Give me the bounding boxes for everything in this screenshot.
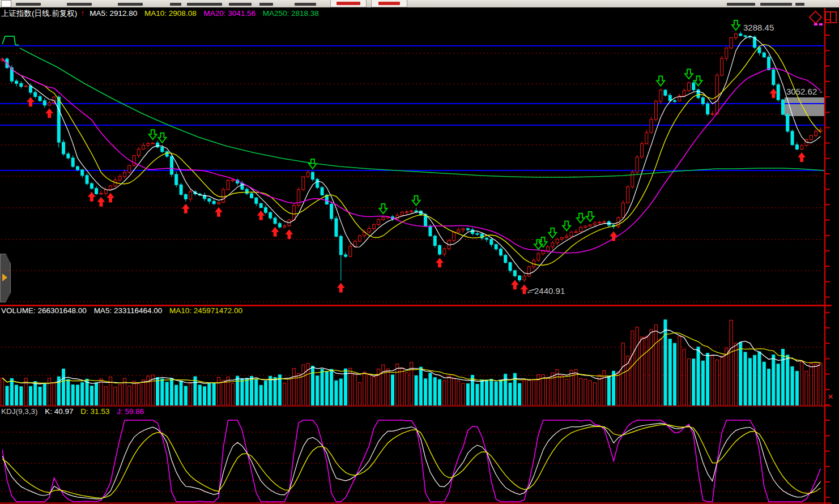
highlight-gap-zone: [785, 97, 825, 116]
reference-lines: [0, 46, 825, 170]
sidebar-expand-handle[interactable]: [0, 254, 11, 302]
kdj-d-value: D: 31.53: [80, 407, 109, 416]
expand-arrow-icon: [2, 274, 7, 281]
menu-item-fragment[interactable]: [727, 3, 755, 6]
ma250-value: MA250: 2818.38: [263, 9, 319, 18]
buy-arrow-icon: [511, 280, 519, 289]
buy-arrow-icon: [215, 207, 223, 217]
current-price-label: 3052.62 -: [786, 87, 822, 96]
menubar[interactable]: [0, 0, 839, 8]
grid-lines: [1, 53, 824, 492]
trading-app-window: { "colors":{"up":"#ff1a1a","down":"#00ea…: [0, 0, 839, 504]
menu-item-fragment[interactable]: [16, 3, 41, 6]
ma5-value: MA5: 2912.80: [90, 9, 137, 18]
buy-arrow-icon: [798, 152, 806, 162]
close-pane-icon[interactable]: ✕: [826, 392, 835, 402]
volume-ma5-value: MA5: 233116464.00: [94, 306, 163, 315]
volume-header: VOLUME: 266301648.00 MA5: 233116464.00 M…: [1, 306, 248, 315]
sell-arrow-icon: [732, 20, 740, 30]
buy-arrow-icon: [337, 283, 345, 292]
split-window-icon[interactable]: [825, 11, 837, 23]
buy-arrow-icon: [271, 227, 279, 237]
kdj-header: KDJ(9,3,3) K: 40.97 D: 31.53 J: 59.86: [1, 407, 149, 416]
trough-price-label: ←2440.91: [526, 286, 565, 296]
chart-canvas: [0, 0, 839, 504]
menu-item-fragment[interactable]: [795, 3, 804, 6]
sell-arrow-icon: [586, 212, 594, 221]
ma20-value: MA20: 3041.56: [203, 9, 255, 18]
sell-arrow-icon: [657, 76, 665, 86]
symbol-title: 上证指数(日线.前复权): [1, 9, 77, 18]
sell-arrow-icon: [577, 213, 585, 223]
menu-item-fragment[interactable]: [170, 3, 181, 6]
main-chart-header: 上证指数(日线.前复权)↑MA5: 2912.80 MA10: 2908.08 …: [1, 8, 324, 19]
sell-arrow-icon: [158, 133, 166, 143]
menu-item-fragment[interactable]: [760, 3, 792, 6]
menu-item-fragment[interactable]: [118, 3, 143, 6]
buy-arrow-icon: [97, 197, 105, 207]
buy-arrow-icon: [285, 229, 293, 239]
volume-value: VOLUME: 266301648.00: [1, 306, 87, 315]
ma10-value: MA10: 2908.08: [144, 9, 197, 18]
menu-item-fragment[interactable]: [229, 3, 252, 6]
candlesticks: [1, 32, 822, 282]
more-dots-icon[interactable]: [814, 23, 823, 25]
ma-lines: [2, 36, 824, 274]
buy-arrow-icon: [257, 211, 265, 220]
buy-arrow-icon: [769, 88, 777, 98]
volume-ma10-value: MA10: 245971472.00: [169, 306, 242, 315]
kdj-params: KDJ(9,3,3): [1, 407, 38, 416]
sell-arrow-icon: [539, 237, 547, 247]
kdj-k-value: K: 40.97: [45, 407, 73, 416]
menu-item-fragment[interactable]: [259, 3, 273, 6]
buy-arrow-icon: [88, 192, 96, 202]
menu-item-fragment[interactable]: [187, 3, 222, 6]
menu-item-fragment[interactable]: [67, 3, 92, 6]
red-text-fragment: [337, 2, 360, 5]
volume-bars: [1, 320, 822, 405]
app-logo-icon: [1, 0, 11, 7]
sell-arrow-icon: [695, 76, 702, 86]
peak-price-label: 3288.45: [743, 23, 774, 32]
kdj-j-value: J: 59.86: [117, 407, 144, 416]
menubar-red-button-1[interactable]: [330, 0, 367, 7]
red-text-fragment: [378, 2, 400, 5]
menu-item-fragment[interactable]: [295, 3, 316, 6]
sell-arrow-icon: [309, 159, 317, 169]
menubar-red-button-2[interactable]: [371, 0, 407, 7]
sell-arrow-icon: [563, 221, 570, 230]
buy-arrow-icon: [27, 97, 35, 106]
buy-arrow-icon: [182, 204, 190, 213]
buy-arrow-icon: [436, 258, 444, 267]
buy-arrow-icon: [45, 108, 53, 118]
buy-signal-up-icon: ↑: [80, 8, 84, 18]
buy-arrow-icon: [107, 193, 114, 202]
sell-arrow-icon: [149, 130, 157, 139]
sell-arrow-icon: [379, 204, 387, 213]
sell-arrow-icon: [548, 228, 556, 238]
sell-arrow-icon: [412, 196, 420, 206]
sell-arrow-icon: [685, 69, 693, 79]
